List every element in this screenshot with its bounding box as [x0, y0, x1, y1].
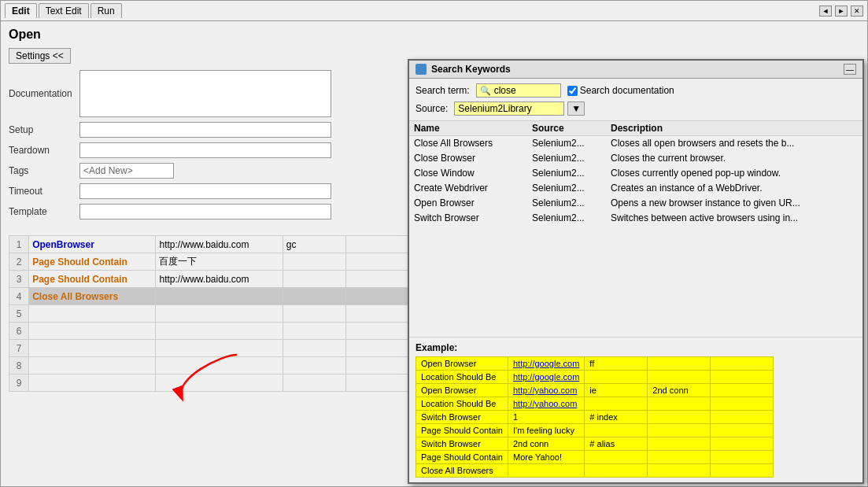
- nav-back-btn[interactable]: ◄: [819, 6, 832, 17]
- keyword-cell[interactable]: [29, 323, 156, 340]
- example-row: Open Browser http://yahoo.com ie 2nd con…: [416, 384, 774, 397]
- source-dropdown: ▼: [454, 101, 585, 116]
- arg3-cell[interactable]: [346, 236, 410, 253]
- result-name: Switch Browser: [409, 211, 527, 226]
- row-number: 6: [9, 323, 29, 340]
- keyword-cell[interactable]: Close All Browsers: [29, 288, 156, 305]
- arg2-cell[interactable]: [283, 271, 346, 288]
- arg1-cell[interactable]: [156, 323, 283, 340]
- table-row[interactable]: 5: [9, 305, 410, 323]
- table-row[interactable]: 2 Page Should Contain 百度一下: [9, 253, 410, 271]
- arg2-cell[interactable]: gc: [283, 236, 346, 253]
- timeout-input[interactable]: [79, 183, 331, 199]
- keyword-cell[interactable]: [29, 374, 156, 392]
- table-row[interactable]: 1 OpenBrowser http://www.baidu.com gc: [9, 236, 410, 253]
- row-number: 9: [9, 374, 29, 392]
- result-description: Switches between active browsers using i…: [606, 211, 862, 226]
- example-keyword: Page Should Contain: [416, 424, 508, 437]
- result-row[interactable]: Create Webdriver Selenium2... Creates an…: [409, 181, 862, 196]
- keyword-cell[interactable]: [29, 305, 156, 323]
- example-arg3: 2nd conn: [648, 384, 711, 397]
- row-number: 3: [9, 271, 29, 288]
- arg3-cell[interactable]: [346, 288, 410, 305]
- table-row[interactable]: 4 Close All Browsers: [9, 288, 410, 305]
- arg1-cell[interactable]: [156, 357, 283, 374]
- documentation-input[interactable]: [79, 70, 331, 117]
- teardown-input[interactable]: [79, 142, 331, 158]
- example-keyword: Switch Browser: [416, 411, 508, 424]
- search-doc-checkbox-label: Search documentation: [567, 85, 674, 96]
- tab-run[interactable]: Run: [90, 3, 122, 18]
- arg3-cell[interactable]: [346, 253, 410, 271]
- keyword-cell[interactable]: Page Should Contain: [29, 271, 156, 288]
- teardown-label: Teardown: [9, 145, 79, 156]
- search-term-label: Search term:: [416, 85, 470, 96]
- example-arg4: [711, 424, 774, 437]
- result-row[interactable]: Close Browser Selenium2... Closes the cu…: [409, 151, 862, 166]
- result-source: Selenium2...: [527, 136, 606, 151]
- example-keyword: Location Should Be: [416, 397, 508, 411]
- row-number: 8: [9, 357, 29, 374]
- arg2-cell[interactable]: [283, 305, 346, 323]
- result-name: Close All Browsers: [409, 136, 527, 151]
- result-row[interactable]: Switch Browser Selenium2... Switches bet…: [409, 211, 862, 226]
- close-btn[interactable]: ✕: [851, 6, 863, 17]
- result-row[interactable]: Open Browser Selenium2... Opens a new br…: [409, 196, 862, 211]
- source-dropdown-arrow[interactable]: ▼: [567, 101, 585, 116]
- arg1-cell[interactable]: [156, 374, 283, 392]
- example-arg4: [711, 464, 774, 478]
- search-input[interactable]: [494, 85, 557, 96]
- example-arg2: # alias: [585, 437, 648, 451]
- example-arg2: ff: [585, 357, 648, 371]
- source-input[interactable]: [454, 101, 564, 116]
- arg2-cell[interactable]: [283, 340, 346, 357]
- example-arg1: http://google.com: [508, 357, 584, 371]
- arg3-cell[interactable]: [346, 374, 410, 392]
- search-icon: 🔍: [480, 86, 491, 96]
- keyword-cell[interactable]: [29, 340, 156, 357]
- arg1-cell[interactable]: http://www.baidu.com: [156, 236, 283, 253]
- table-row[interactable]: 7: [9, 340, 410, 357]
- arg3-cell[interactable]: [346, 271, 410, 288]
- table-row[interactable]: 6: [9, 323, 410, 340]
- arg2-cell[interactable]: [283, 323, 346, 340]
- col-source-header: Source: [527, 121, 606, 136]
- tags-input[interactable]: <Add New>: [79, 163, 174, 179]
- table-row[interactable]: 9: [9, 374, 410, 392]
- result-row[interactable]: Close Window Selenium2... Closes current…: [409, 166, 862, 181]
- arg2-cell[interactable]: [283, 288, 346, 305]
- settings-button[interactable]: Settings <<: [9, 48, 71, 64]
- row-number: 1: [9, 236, 29, 253]
- modal-title-bar: Search Keywords —: [409, 61, 862, 79]
- results-table-container: Name Source Description Close All Browse…: [409, 121, 862, 338]
- table-row[interactable]: 8: [9, 357, 410, 374]
- modal-close-button[interactable]: —: [844, 64, 856, 75]
- window-controls: ◄ ► ✕: [819, 6, 863, 17]
- keyword-cell[interactable]: [29, 357, 156, 374]
- arg2-cell[interactable]: [283, 253, 346, 271]
- tab-edit[interactable]: Edit: [5, 3, 37, 18]
- result-row[interactable]: Close All Browsers Selenium2... Closes a…: [409, 136, 862, 151]
- arg1-cell[interactable]: http://www.baidu.com: [156, 271, 283, 288]
- keyword-cell[interactable]: Page Should Contain: [29, 253, 156, 271]
- search-doc-checkbox[interactable]: [567, 86, 578, 96]
- arg3-cell[interactable]: [346, 340, 410, 357]
- setup-input[interactable]: [79, 122, 331, 138]
- result-description: Opens a new browser instance to given UR…: [606, 196, 862, 211]
- template-input[interactable]: [79, 204, 331, 220]
- arg2-cell[interactable]: [283, 374, 346, 392]
- tab-text-edit[interactable]: Text Edit: [39, 3, 89, 18]
- arg1-cell[interactable]: [156, 288, 283, 305]
- table-row[interactable]: 3 Page Should Contain http://www.baidu.c…: [9, 271, 410, 288]
- arg1-cell[interactable]: 百度一下: [156, 253, 283, 271]
- arg3-cell[interactable]: [346, 357, 410, 374]
- nav-forward-btn[interactable]: ►: [835, 6, 848, 17]
- row-number: 2: [9, 253, 29, 271]
- arg3-cell[interactable]: [346, 305, 410, 323]
- arg3-cell[interactable]: [346, 323, 410, 340]
- result-description: Creates an instance of a WebDriver.: [606, 181, 862, 196]
- arg1-cell[interactable]: [156, 340, 283, 357]
- keyword-cell[interactable]: OpenBrowser: [29, 236, 156, 253]
- arg1-cell[interactable]: [156, 305, 283, 323]
- arg2-cell[interactable]: [283, 357, 346, 374]
